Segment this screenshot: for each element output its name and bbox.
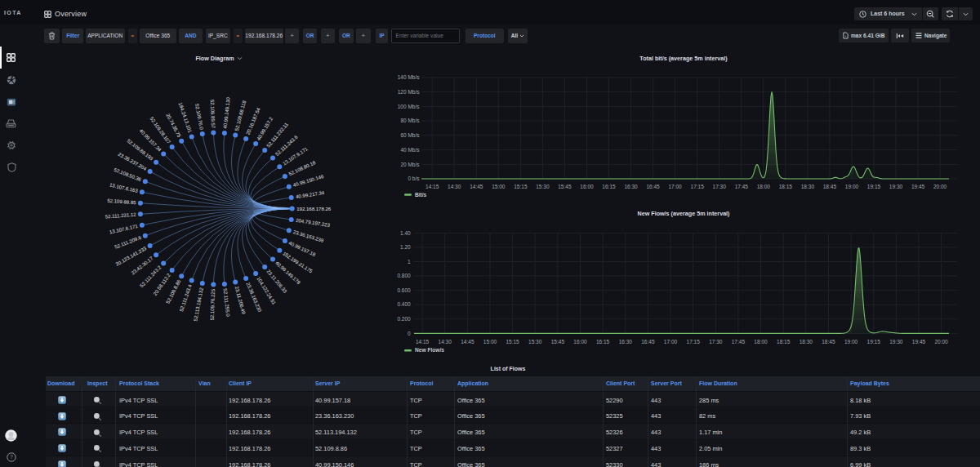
svg-text:16:30: 16:30 (624, 184, 638, 189)
svg-text:52.109.76.225: 52.109.76.225 (210, 288, 216, 321)
svg-text:23.11.206.49: 23.11.206.49 (234, 286, 247, 315)
svg-text:?: ? (10, 454, 13, 460)
svg-text:14:45: 14:45 (470, 184, 483, 189)
svg-text:0.400: 0.400 (397, 301, 411, 307)
svg-text:0: 0 (408, 331, 411, 336)
svg-text:15:30: 15:30 (528, 339, 542, 345)
svg-text:80 Mb/s: 80 Mb/s (400, 118, 420, 123)
svg-text:52.109.76.0: 52.109.76.0 (194, 104, 204, 131)
svg-text:18:15: 18:15 (779, 184, 793, 189)
svg-text:17:30: 17:30 (713, 184, 727, 189)
svg-text:52.111.243.4: 52.111.243.4 (179, 283, 193, 312)
svg-text:20.16.187.54: 20.16.187.54 (245, 107, 261, 136)
svg-text:100 Mb/s: 100 Mb/s (398, 104, 420, 109)
svg-text:17:30: 17:30 (709, 339, 723, 345)
svg-text:40.99.150.146: 40.99.150.146 (292, 174, 324, 188)
svg-text:18:00: 18:00 (757, 184, 771, 189)
svg-text:0 b/s: 0 b/s (408, 176, 420, 181)
svg-text:40 Mb/s: 40 Mb/s (400, 147, 420, 153)
svg-text:19:15: 19:15 (867, 184, 881, 189)
svg-text:20.74.35.75: 20.74.35.75 (165, 113, 181, 139)
svg-text:1.20: 1.20 (400, 244, 411, 250)
svg-text:17:45: 17:45 (735, 184, 749, 189)
svg-text:15:00: 15:00 (483, 339, 497, 345)
svg-text:14:30: 14:30 (439, 339, 452, 345)
svg-text:15:15: 15:15 (514, 184, 528, 189)
svg-text:40.99.157.18: 40.99.157.18 (288, 241, 317, 258)
svg-text:120 Mb/s: 120 Mb/s (398, 89, 420, 95)
svg-text:18:30: 18:30 (801, 184, 815, 189)
svg-text:16:00: 16:00 (573, 339, 587, 345)
svg-text:52.108.50.36: 52.108.50.36 (114, 167, 143, 182)
svg-text:52.109.8.86: 52.109.8.86 (165, 278, 181, 305)
svg-text:17:00: 17:00 (668, 184, 682, 189)
svg-text:0.600: 0.600 (397, 287, 411, 293)
svg-text:20:00: 20:00 (933, 184, 947, 189)
svg-text:20 Mb/s: 20 Mb/s (400, 162, 420, 167)
svg-text:17:15: 17:15 (691, 184, 705, 189)
svg-text:17:45: 17:45 (732, 339, 746, 345)
svg-text:20:00: 20:00 (934, 339, 948, 345)
svg-text:52.111.255.0: 52.111.255.0 (223, 288, 231, 317)
svg-text:0.800: 0.800 (397, 273, 411, 278)
svg-text:14:15: 14:15 (425, 184, 439, 189)
svg-text:23.36.163.230: 23.36.163.230 (245, 282, 262, 314)
svg-text:14:15: 14:15 (416, 339, 430, 345)
svg-text:17:15: 17:15 (687, 339, 701, 345)
svg-text:15:15: 15:15 (506, 339, 519, 345)
svg-text:40.99.217.34: 40.99.217.34 (296, 190, 325, 199)
svg-text:52.111.209.6: 52.111.209.6 (114, 235, 142, 250)
svg-text:13.107.6.171: 13.107.6.171 (109, 224, 138, 235)
svg-text:15:30: 15:30 (536, 184, 550, 189)
svg-text:1.40: 1.40 (400, 230, 411, 236)
svg-text:19:45: 19:45 (912, 339, 926, 345)
svg-text:16:15: 16:15 (602, 184, 616, 189)
svg-text:15:45: 15:45 (551, 339, 565, 345)
svg-text:52.113.194.132: 52.113.194.132 (193, 287, 204, 322)
svg-text:15:00: 15:00 (492, 184, 506, 189)
svg-text:18:00: 18:00 (754, 339, 768, 345)
svg-text:16:45: 16:45 (641, 339, 655, 345)
svg-text:14:30: 14:30 (448, 184, 461, 189)
svg-text:52.108.80.18: 52.108.80.18 (288, 160, 317, 177)
svg-text:16:00: 16:00 (580, 184, 594, 189)
svg-text:Bit/s: Bit/s (415, 192, 427, 198)
svg-text:18:45: 18:45 (823, 184, 837, 189)
svg-text:19:30: 19:30 (889, 339, 903, 345)
svg-text:140 Mb/s: 140 Mb/s (398, 74, 420, 80)
svg-text:14:45: 14:45 (461, 339, 474, 345)
svg-text:19:45: 19:45 (911, 184, 925, 189)
svg-text:16:45: 16:45 (646, 184, 660, 189)
svg-text:19:15: 19:15 (867, 339, 881, 345)
svg-text:52.109.89.57: 52.109.89.57 (210, 100, 216, 129)
svg-text:184.24.13.101: 184.24.13.101 (178, 102, 193, 134)
svg-text:40.99.149.130: 40.99.149.130 (223, 96, 231, 129)
svg-text:19:30: 19:30 (889, 184, 903, 189)
svg-text:17:00: 17:00 (664, 339, 678, 345)
svg-text:60 Mb/s: 60 Mb/s (400, 132, 420, 138)
svg-text:16:30: 16:30 (619, 339, 633, 345)
svg-text:20.58.112.2: 20.58.112.2 (153, 272, 172, 296)
svg-text:18:45: 18:45 (822, 339, 835, 345)
svg-text:204.79.197.223: 204.79.197.223 (296, 218, 331, 228)
svg-text:19:00: 19:00 (845, 184, 859, 189)
svg-text:0.200: 0.200 (397, 316, 411, 322)
svg-text:New Flow/s: New Flow/s (415, 347, 444, 353)
svg-text:18:30: 18:30 (800, 339, 813, 345)
svg-text:16:15: 16:15 (596, 339, 610, 345)
svg-text:19:00: 19:00 (844, 339, 858, 345)
svg-text:18:15: 18:15 (777, 339, 791, 345)
svg-text:13.107.6.163: 13.107.6.163 (109, 182, 138, 193)
svg-text:23.36.163.238: 23.36.163.238 (292, 229, 324, 243)
svg-text:15:45: 15:45 (558, 184, 572, 189)
svg-text:52.109.88.85: 52.109.88.85 (107, 198, 136, 206)
svg-text:192.168.178.26: 192.168.178.26 (296, 207, 332, 211)
svg-text:52.111.231.12: 52.111.231.12 (105, 212, 137, 220)
svg-text:52.109.68.118: 52.109.68.118 (234, 100, 247, 131)
svg-text:1: 1 (408, 259, 411, 265)
